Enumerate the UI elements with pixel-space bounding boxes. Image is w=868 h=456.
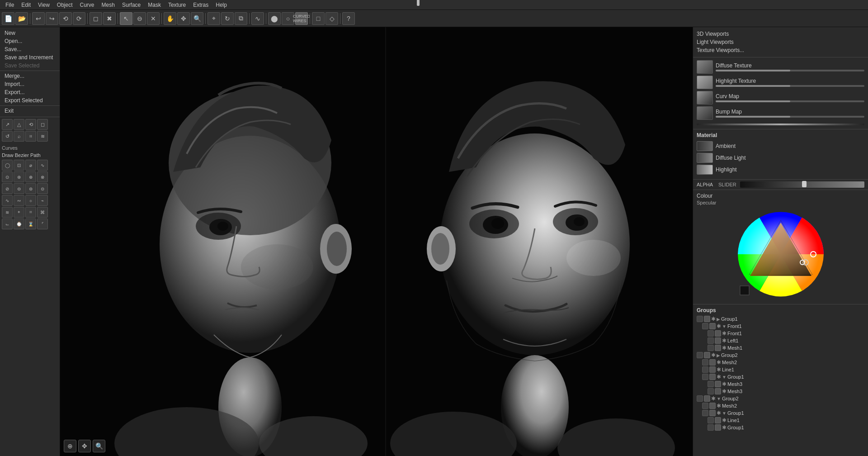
sphere-outline-button[interactable]: ○ bbox=[282, 12, 294, 25]
group-item-front1b[interactable]: ✱ Front1 bbox=[708, 330, 864, 337]
file-open[interactable]: Open... bbox=[0, 37, 60, 45]
3d-viewports-switch[interactable]: 3D Viewports bbox=[697, 30, 864, 38]
curve-snap-button[interactable]: ∿ bbox=[251, 12, 264, 25]
group-eye-line1[interactable] bbox=[702, 366, 708, 373]
file-new[interactable]: New bbox=[0, 29, 60, 37]
delete-button[interactable]: ✖ bbox=[103, 12, 116, 25]
open-button[interactable]: 📂 bbox=[15, 12, 28, 25]
group-item-group1-nested[interactable]: ✱ ▼ Group1 bbox=[702, 373, 864, 380]
curve-tool-21[interactable]: ⌙ bbox=[2, 218, 13, 229]
new-document-button[interactable]: 📄 bbox=[2, 12, 14, 25]
group-item-mesh2b[interactable]: ✱ Mesh2 bbox=[702, 402, 864, 409]
bump-map-thumb[interactable] bbox=[697, 106, 713, 120]
group-item-group2-nested[interactable]: ✱ ▼ Group2 bbox=[697, 395, 864, 402]
group-vis-group2n[interactable] bbox=[704, 395, 710, 402]
menu-file[interactable]: File bbox=[2, 1, 18, 9]
left-tool-1[interactable]: ↗ bbox=[2, 119, 13, 130]
curve-tool-10[interactable]: ⊖ bbox=[14, 183, 24, 194]
group-eye-left1[interactable] bbox=[708, 337, 714, 344]
left-tool-2[interactable]: △ bbox=[14, 119, 24, 130]
group-vis-group1l[interactable] bbox=[715, 424, 721, 431]
curv-map-slider[interactable] bbox=[716, 100, 864, 102]
group-item-group1-final[interactable]: ✱ ▼ Group1 bbox=[702, 409, 864, 417]
left-tool-5[interactable]: ↺ bbox=[2, 131, 13, 142]
menu-mask[interactable]: Mask bbox=[144, 1, 165, 9]
group-eye-group1f[interactable] bbox=[702, 410, 708, 416]
group-expand-group2n[interactable]: ▼ bbox=[717, 396, 721, 401]
group-item-line1f[interactable]: ✱ Line1 bbox=[708, 417, 864, 424]
left-tool-6[interactable]: ⌕ bbox=[14, 131, 24, 142]
group-eye-group1n[interactable] bbox=[702, 374, 708, 380]
rotate-view-button[interactable]: ⊕ bbox=[64, 440, 76, 452]
sphere-button[interactable]: ⬤ bbox=[268, 12, 281, 25]
group-eye-group1l[interactable] bbox=[708, 424, 714, 431]
curve-tool-17[interactable]: ≋ bbox=[2, 207, 13, 218]
group-expand-group1n[interactable]: ▼ bbox=[722, 375, 726, 380]
zoom-tool-button[interactable]: 🔍 bbox=[191, 12, 203, 25]
group-vis-mesh3a[interactable] bbox=[715, 381, 721, 387]
diamond-button[interactable]: ◇ bbox=[326, 12, 338, 25]
curve-tool-18[interactable]: ⌖ bbox=[14, 207, 24, 218]
curve-tool-24[interactable]: ⌜ bbox=[37, 218, 48, 229]
file-export[interactable]: Export... bbox=[0, 88, 60, 96]
curve-tool-16[interactable]: ⌁ bbox=[37, 195, 48, 206]
file-exit[interactable]: Exit bbox=[0, 107, 60, 115]
group-item-mesh3a[interactable]: ✱ Mesh3 bbox=[708, 380, 864, 388]
circle-select-button[interactable]: ⊖ bbox=[133, 12, 146, 25]
curve-tool-6[interactable]: ⊛ bbox=[14, 171, 24, 182]
file-save[interactable]: Save... bbox=[0, 45, 60, 53]
curve-tool-12[interactable]: ⊝ bbox=[37, 183, 48, 194]
curve-tool-2[interactable]: ⊡ bbox=[14, 160, 24, 171]
file-merge[interactable]: Merge... bbox=[0, 72, 60, 80]
group-vis-group2[interactable] bbox=[704, 352, 710, 358]
group-item-group1[interactable]: ✱ ▶ Group1 bbox=[697, 315, 864, 323]
group-expand-1[interactable]: ▶ bbox=[717, 317, 720, 322]
group-eye-front1a[interactable] bbox=[702, 323, 708, 329]
group-item-line1[interactable]: ✱ Line1 bbox=[702, 366, 864, 373]
group-item-mesh1[interactable]: ✱ Mesh1 bbox=[708, 344, 864, 352]
undo-button[interactable]: ↩ bbox=[32, 12, 45, 25]
highlight-texture-thumb[interactable] bbox=[697, 76, 713, 89]
menu-view[interactable]: View bbox=[34, 1, 53, 9]
menu-help[interactable]: Help bbox=[212, 1, 231, 9]
left-tool-3[interactable]: ⟲ bbox=[25, 119, 36, 130]
curve-tool-7[interactable]: ⊕ bbox=[25, 171, 36, 182]
curve-tool-19[interactable]: ⌗ bbox=[25, 207, 36, 218]
group-item-left1[interactable]: ✱ Left1 bbox=[708, 337, 864, 344]
file-export-selected[interactable]: Export Selected bbox=[0, 96, 60, 104]
lasso-button[interactable]: ⌖ bbox=[208, 12, 220, 25]
curve-tool-20[interactable]: ⌘ bbox=[37, 207, 48, 218]
group-vis-front1a[interactable] bbox=[709, 323, 716, 329]
move-tool-button[interactable]: ✥ bbox=[177, 12, 190, 25]
diffuse-texture-thumb[interactable] bbox=[697, 60, 713, 74]
curve-tool-13[interactable]: ∿ bbox=[2, 195, 13, 206]
menu-extras[interactable]: Extras bbox=[189, 1, 212, 9]
group-expand-group1f[interactable]: ▼ bbox=[722, 411, 726, 416]
left-tool-7[interactable]: ⌗ bbox=[25, 131, 36, 142]
redo2-button[interactable]: ⟳ bbox=[73, 12, 85, 25]
highlight-texture-slider[interactable] bbox=[716, 85, 864, 87]
group-eye-group2[interactable] bbox=[697, 352, 703, 358]
group-vis-line1f[interactable] bbox=[715, 417, 721, 423]
group-eye-mesh1[interactable] bbox=[708, 345, 714, 351]
group-eye-mesh3b[interactable] bbox=[708, 388, 714, 394]
left-tool-4[interactable]: ◻ bbox=[37, 119, 48, 130]
group-expand-front1a[interactable]: ▼ bbox=[722, 324, 726, 329]
help-button[interactable]: ? bbox=[342, 12, 355, 25]
group-item-mesh3b[interactable]: ✱ Mesh3 bbox=[708, 388, 864, 395]
left-tool-8[interactable]: ≋ bbox=[37, 131, 48, 142]
curve-tool-15[interactable]: ⟐ bbox=[25, 195, 36, 206]
color-wheel-svg[interactable] bbox=[736, 209, 826, 299]
group-eye-mesh3a[interactable] bbox=[708, 381, 714, 387]
ambient-thumb[interactable] bbox=[697, 141, 713, 151]
group-eye-1[interactable] bbox=[697, 316, 703, 322]
zoom-view-button[interactable]: 🔍 bbox=[93, 440, 105, 452]
file-save-increment[interactable]: Save and Increment bbox=[0, 53, 60, 62]
viewport[interactable]: Perspective [Front] bbox=[60, 27, 693, 456]
diffuse-texture-slider[interactable] bbox=[716, 70, 864, 71]
menu-surface[interactable]: Surface bbox=[118, 1, 144, 9]
group-vis-front1b[interactable] bbox=[715, 330, 721, 337]
curved-wires-button[interactable]: CURVEDWIRES bbox=[295, 12, 308, 25]
group-vis-mesh1[interactable] bbox=[715, 345, 721, 351]
group-vis-mesh3b[interactable] bbox=[715, 388, 721, 394]
